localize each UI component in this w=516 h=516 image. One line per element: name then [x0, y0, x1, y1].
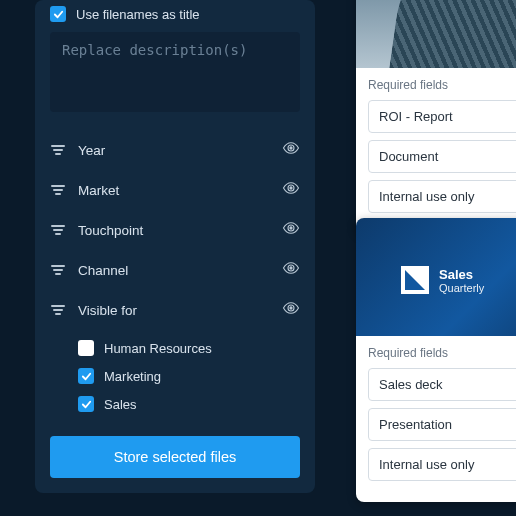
check-icon — [53, 9, 64, 20]
field-access[interactable] — [368, 448, 516, 481]
use-filenames-label: Use filenames as title — [76, 7, 200, 22]
filter-touchpoint[interactable]: Touchpoint — [50, 210, 300, 250]
card-thumbnail: Sales Quarterly K — [356, 218, 516, 336]
filter-icon — [50, 145, 66, 155]
eye-icon[interactable] — [282, 259, 300, 281]
svg-point-4 — [289, 306, 292, 309]
option-checkbox[interactable] — [78, 340, 94, 356]
filter-channel[interactable]: Channel — [50, 250, 300, 290]
filter-label: Market — [78, 183, 270, 198]
building-image — [385, 0, 516, 68]
filter-label: Year — [78, 143, 270, 158]
field-type[interactable] — [368, 408, 516, 441]
field-access[interactable] — [368, 180, 516, 213]
option-marketing: Marketing — [78, 362, 300, 390]
field-title[interactable] — [368, 368, 516, 401]
svg-point-0 — [289, 146, 292, 149]
store-button[interactable]: Store selected files — [50, 436, 300, 478]
sales-logo-icon — [401, 266, 429, 294]
option-label: Human Resources — [104, 341, 212, 356]
eye-icon[interactable] — [282, 179, 300, 201]
description-textarea[interactable] — [50, 32, 300, 112]
field-type[interactable] — [368, 140, 516, 173]
option-label: Sales — [104, 397, 137, 412]
check-icon — [81, 371, 92, 382]
use-filenames-checkbox[interactable] — [50, 6, 66, 22]
card-thumbnail: J — [356, 0, 516, 68]
svg-point-3 — [289, 266, 292, 269]
filter-market[interactable]: Market — [50, 170, 300, 210]
eye-icon[interactable] — [282, 299, 300, 321]
field-title[interactable] — [368, 100, 516, 133]
eye-icon[interactable] — [282, 219, 300, 241]
file-card: Sales Quarterly K Required fields — [356, 218, 516, 502]
filter-label: Channel — [78, 263, 270, 278]
use-filenames-row: Use filenames as title — [50, 0, 300, 32]
filter-visible-for[interactable]: Visible for — [50, 290, 300, 330]
filter-year[interactable]: Year — [50, 130, 300, 170]
filter-icon — [50, 185, 66, 195]
filter-label: Visible for — [78, 303, 270, 318]
sales-title: Sales — [439, 267, 484, 282]
option-sales: Sales — [78, 390, 300, 418]
card-body: Required fields — [356, 68, 516, 234]
option-label: Marketing — [104, 369, 161, 384]
svg-point-1 — [289, 186, 292, 189]
filter-icon — [50, 265, 66, 275]
sales-subtitle: Quarterly — [439, 282, 484, 294]
filter-icon — [50, 225, 66, 235]
file-card: J Required fields — [356, 0, 516, 234]
option-human-resources: Human Resources — [78, 334, 300, 362]
check-icon — [81, 399, 92, 410]
svg-point-2 — [289, 226, 292, 229]
visible-for-options: Human Resources Marketing Sales — [50, 330, 300, 428]
filter-label: Touchpoint — [78, 223, 270, 238]
metadata-panel: Use filenames as title Year Market Touch… — [35, 0, 315, 493]
required-fields-label: Required fields — [368, 78, 516, 92]
filter-icon — [50, 305, 66, 315]
option-checkbox[interactable] — [78, 368, 94, 384]
required-fields-label: Required fields — [368, 346, 516, 360]
sales-badge: Sales Quarterly — [401, 266, 484, 294]
card-body: Required fields — [356, 336, 516, 502]
option-checkbox[interactable] — [78, 396, 94, 412]
eye-icon[interactable] — [282, 139, 300, 161]
